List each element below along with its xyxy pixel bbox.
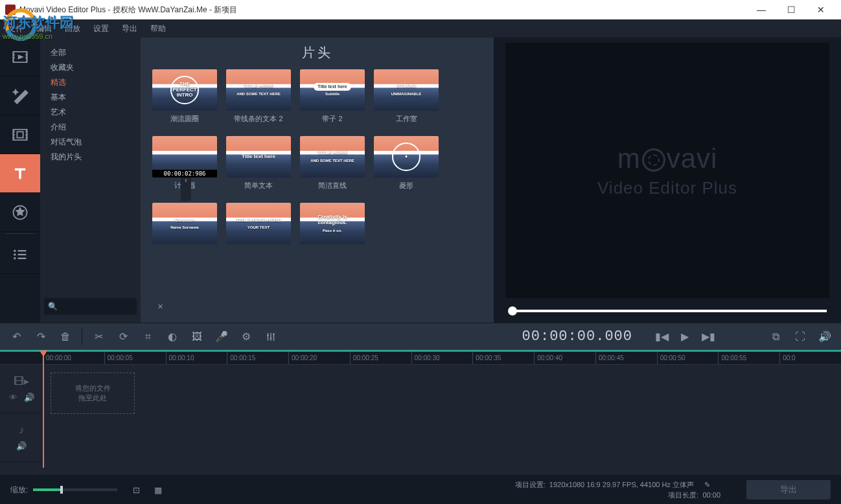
category-featured[interactable]: 精选 [47, 75, 134, 90]
adjust-button[interactable] [260, 326, 282, 348]
prev-frame-button[interactable]: ▮◀ [651, 326, 673, 348]
title-thumb[interactable]: STUDIOUNIMAGINABLE工作室 [374, 69, 439, 123]
category-art[interactable]: 艺术 [47, 105, 134, 120]
preview-panel: mvavi Video Editor Plus [494, 38, 841, 323]
audio-mute-toggle[interactable]: 🔊 [16, 441, 27, 451]
watermark-text: 河东软件园 www.pc0359.cn [3, 13, 74, 40]
zoom-fit-button[interactable]: ⊡ [125, 479, 147, 501]
rotate-button[interactable]: ⟳ [112, 326, 134, 348]
image-button[interactable]: 🖼 [186, 326, 208, 348]
ruler-tick: 00:00:00 [43, 352, 104, 364]
mute-toggle[interactable]: 🔊 [24, 393, 34, 402]
category-favorites[interactable]: 收藏夹 [47, 60, 134, 75]
tool-stickers[interactable] [0, 193, 40, 232]
menubar: 文件 编辑 回放 设置 导出 帮助 [0, 19, 841, 38]
title-thumb[interactable]: TITLE TEXT HEREYOUR TEXT [226, 203, 291, 248]
ruler-tick: 00:00:15 [227, 352, 288, 364]
detach-preview-button[interactable]: ⧉ [765, 326, 787, 348]
ruler-tick: 00:00:50 [657, 352, 719, 364]
tool-titles[interactable] [0, 154, 40, 193]
window-titlebar: Movavi Video Editor Plus - 授权给 WwW.DaYan… [0, 0, 841, 19]
menu-export[interactable]: 导出 [122, 23, 137, 34]
ruler-tick: 00:00:35 [472, 352, 534, 364]
thumb-label: 简单文本 [226, 181, 291, 190]
audio-track-head: ♪ 🔊 [0, 413, 43, 462]
tracks-canvas[interactable]: 将您的文件 拖至此处 [43, 365, 841, 475]
tool-filters[interactable] [0, 76, 40, 115]
category-intro[interactable]: 介绍 [47, 120, 134, 135]
ruler-tick: 00:00:05 [104, 352, 166, 364]
delete-button[interactable]: 🗑 [54, 326, 76, 348]
category-all[interactable]: 全部 [47, 45, 134, 60]
ruler-tick: 00:00:30 [411, 352, 473, 364]
tool-media[interactable] [0, 38, 40, 76]
title-thumb[interactable]: Creativity is contagious.Pass it on. [300, 203, 365, 248]
cut-button[interactable]: ✂ [87, 326, 109, 348]
timecode-display: 00:00:00.000 [514, 328, 640, 345]
title-thumb[interactable]: TITLE HEREAND SOME TEXT HERE带线条的文本 2 [226, 69, 291, 123]
preview-brand-logo: mvavi [617, 143, 718, 174]
preview-screen: mvavi Video Editor Plus [505, 43, 829, 298]
record-button[interactable]: 🎤 [211, 326, 233, 348]
menu-settings[interactable]: 设置 [93, 23, 109, 34]
crop-button[interactable]: ⌗ [137, 326, 159, 348]
svg-rect-10 [18, 257, 27, 258]
svg-point-9 [14, 257, 16, 260]
asset-browser: 全部 收藏夹 精选 基本 艺术 介绍 对话气泡 我的片头 🔍 ✕ ‹ 片头 TH… [40, 38, 494, 323]
minimize-button[interactable]: — [746, 0, 776, 19]
tool-transitions[interactable] [0, 115, 40, 154]
ruler-tick: 00:00:25 [350, 352, 411, 364]
category-panel: 全部 收藏夹 精选 基本 艺术 介绍 对话气泡 我的片头 🔍 ✕ [40, 38, 141, 323]
fullscreen-button[interactable]: ⛶ [789, 326, 811, 348]
title-thumb[interactable]: Title text hereSubtitle带子 2 [300, 69, 365, 123]
export-button[interactable]: 导出 [746, 480, 831, 499]
svg-rect-6 [18, 250, 27, 251]
visibility-toggle[interactable]: 👁 [9, 393, 17, 402]
search-row: 🔍 ✕ [44, 298, 137, 315]
dropzone[interactable]: 将您的文件 拖至此处 [51, 372, 135, 414]
category-mine[interactable]: 我的片头 [47, 150, 134, 165]
svg-rect-8 [18, 253, 27, 255]
category-basic[interactable]: 基本 [47, 90, 134, 105]
maximize-button[interactable]: ☐ [776, 0, 806, 19]
title-thumb[interactable]: DirectorName Surname [152, 203, 217, 248]
thumb-label: 菱形 [374, 181, 439, 190]
timeline-area: 🎞▸ 👁 🔊 ♪ 🔊 将您的文件 拖至此处 [0, 365, 841, 475]
title-thumb[interactable]: ♦菱形 [374, 136, 439, 190]
timeline-ruler[interactable]: 00:00:0000:00:0500:00:1000:00:1500:00:20… [0, 352, 841, 365]
color-button[interactable]: ◐ [161, 326, 183, 348]
next-frame-button[interactable]: ▶▮ [697, 326, 719, 348]
search-icon: 🔍 [48, 302, 58, 311]
play-button[interactable]: ▶ [674, 326, 696, 348]
undo-button[interactable]: ↶ [5, 326, 27, 348]
thumb-label: 带线条的文本 2 [226, 115, 291, 123]
ruler-tick: 00:00:10 [166, 352, 227, 364]
window-title: Movavi Video Editor Plus - 授权给 WwW.DaYan… [19, 5, 746, 16]
zoom-slider[interactable] [33, 488, 117, 491]
svg-point-5 [14, 249, 16, 252]
playhead[interactable] [43, 352, 44, 468]
edit-project-button[interactable]: ✎ [704, 481, 710, 488]
title-thumb[interactable]: Title text here简单文本 [226, 136, 291, 190]
thumb-label: 简洁直线 [300, 181, 365, 190]
clip-settings-button[interactable]: ⚙ [235, 326, 257, 348]
close-button[interactable]: ✕ [806, 0, 836, 19]
left-toolbar [0, 38, 40, 323]
svg-rect-3 [14, 129, 27, 139]
volume-button[interactable]: 🔊 [814, 326, 836, 348]
audio-track-icon: ♪ [19, 424, 24, 436]
redo-button[interactable]: ↷ [30, 326, 52, 348]
category-speech[interactable]: 对话气泡 [47, 135, 134, 150]
preview-product-name: Video Editor Plus [597, 178, 737, 198]
title-thumb[interactable]: TITLE HEREAND SOME TEXT HERE简洁直线 [300, 136, 365, 190]
thumb-label: 潮流圆圈 [152, 115, 217, 123]
timeline-mode-button[interactable]: ▦ [147, 479, 169, 501]
title-thumb[interactable]: THE PERFECT INTRO潮流圆圈 [152, 69, 217, 123]
ruler-tick: 00:00:20 [288, 352, 350, 364]
menu-help[interactable]: 帮助 [150, 23, 166, 34]
ruler-tick: 00:00:40 [534, 352, 595, 364]
tool-more[interactable] [0, 235, 40, 274]
svg-point-7 [14, 253, 16, 256]
preview-scrubber[interactable] [505, 298, 829, 317]
thumb-label: 工作室 [374, 115, 439, 123]
